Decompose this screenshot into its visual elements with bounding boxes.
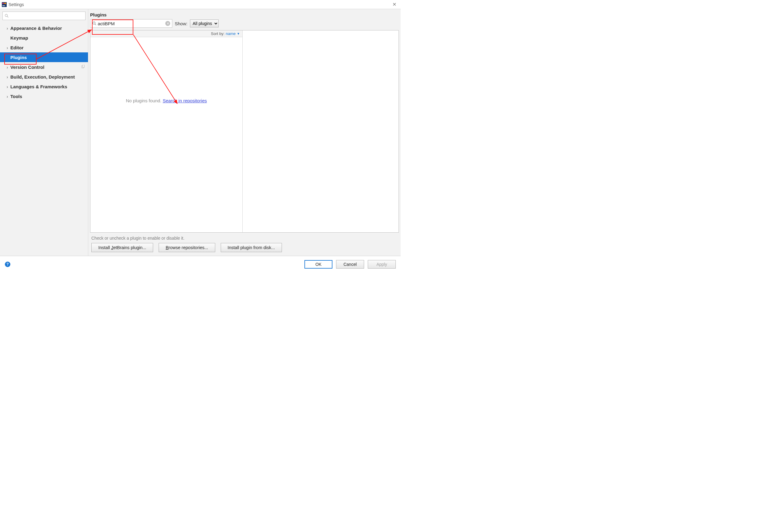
tree-item-label: Build, Execution, Deployment [10, 74, 75, 80]
svg-rect-3 [2, 5, 5, 6]
svg-point-4 [5, 14, 8, 17]
sort-bar[interactable]: Sort by: name ▼ [90, 30, 242, 37]
close-icon[interactable]: ✕ [390, 2, 399, 7]
plugin-list: Sort by: name ▼ No plugins found. Search… [90, 30, 243, 232]
empty-text: No plugins found. [126, 98, 162, 103]
plugin-action-buttons: Install JetBrains plugin... Browse repos… [88, 243, 401, 256]
page-title: Plugins [88, 9, 401, 19]
tree-item-languages[interactable]: › Languages & Frameworks [0, 82, 88, 91]
tree-item-keymap[interactable]: Keymap [0, 33, 88, 43]
settings-main: Plugins ✕ Show: All plugins Sort by: nam… [88, 9, 401, 256]
cancel-button[interactable]: Cancel [336, 260, 364, 269]
clear-search-icon[interactable]: ✕ [165, 21, 170, 26]
tree-item-label: Appearance & Behavior [10, 26, 62, 31]
sort-value: name [226, 31, 236, 36]
svg-rect-7 [83, 65, 85, 67]
tree-item-plugins[interactable]: Plugins [0, 52, 88, 62]
svg-line-9 [95, 24, 96, 25]
install-jetbrains-button[interactable]: Install JetBrains plugin... [91, 243, 153, 252]
sort-label: Sort by: [211, 31, 225, 36]
settings-tree: › Appearance & Behavior Keymap › Editor … [0, 22, 88, 101]
plugin-list-panel: Sort by: name ▼ No plugins found. Search… [90, 30, 399, 233]
show-filter-select[interactable]: All plugins [190, 20, 219, 27]
ok-button[interactable]: OK [305, 260, 333, 269]
svg-rect-2 [4, 3, 6, 4]
install-from-disk-button[interactable]: Install plugin from disk... [221, 243, 282, 252]
plugin-search-input[interactable] [98, 21, 165, 26]
svg-rect-1 [2, 3, 4, 4]
chevron-right-icon: › [5, 26, 9, 31]
chevron-right-icon: › [5, 65, 9, 70]
tree-item-tools[interactable]: › Tools [0, 91, 88, 101]
tree-item-label: Languages & Frameworks [10, 84, 67, 89]
svg-line-5 [7, 17, 8, 18]
window-title: Settings [8, 2, 24, 7]
empty-message: No plugins found. Search in repositories [90, 37, 242, 103]
search-repositories-link[interactable]: Search in repositories [163, 98, 207, 103]
apply-button[interactable]: Apply [368, 260, 396, 269]
tree-item-version-control[interactable]: › Version Control [0, 62, 88, 72]
tree-item-label: Editor [10, 45, 24, 50]
svg-point-8 [93, 22, 95, 24]
plugin-detail [243, 30, 399, 232]
sidebar-search-input[interactable] [10, 14, 84, 18]
settings-sidebar: › Appearance & Behavior Keymap › Editor … [0, 9, 88, 256]
show-label: Show: [175, 21, 188, 26]
tree-item-appearance[interactable]: › Appearance & Behavior [0, 23, 88, 33]
search-icon [92, 21, 96, 26]
plugin-search[interactable]: ✕ [90, 19, 172, 28]
chevron-right-icon: › [5, 74, 9, 80]
tree-item-label: Plugins [10, 55, 27, 60]
hint-text: Check or uncheck a plugin to enable or d… [88, 233, 401, 243]
copy-icon [81, 65, 85, 70]
tree-item-label: Tools [10, 94, 22, 99]
tree-item-build[interactable]: › Build, Execution, Deployment [0, 72, 88, 82]
sidebar-search[interactable] [2, 11, 86, 20]
help-icon[interactable]: ? [5, 261, 10, 267]
titlebar: Settings ✕ [0, 0, 401, 9]
tree-item-editor[interactable]: › Editor [0, 43, 88, 52]
plugins-toolbar: ✕ Show: All plugins [88, 19, 401, 30]
chevron-down-icon: ▼ [237, 32, 240, 35]
tree-item-label: Keymap [10, 35, 28, 40]
browse-repositories-button[interactable]: Browse repositories... [159, 243, 215, 252]
chevron-right-icon: › [5, 84, 9, 89]
chevron-right-icon: › [5, 45, 9, 50]
tree-item-label: Version Control [10, 65, 44, 70]
chevron-right-icon: › [5, 94, 9, 99]
dialog-footer: ? OK Cancel Apply [0, 256, 401, 273]
search-icon [5, 14, 9, 18]
app-icon [2, 2, 7, 7]
